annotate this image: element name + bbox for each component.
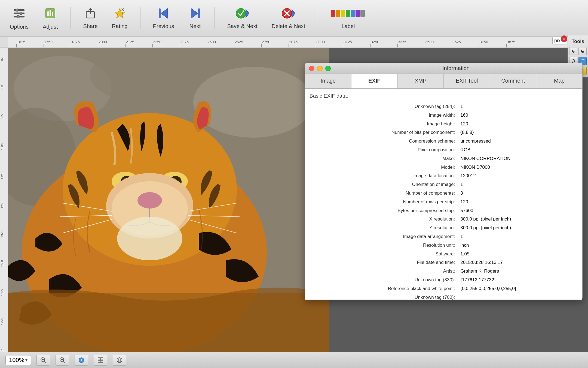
info-close-button[interactable] bbox=[309, 66, 314, 71]
svg-rect-77 bbox=[98, 360, 100, 363]
exif-row: Bytes per compressed strip:57600 bbox=[310, 206, 578, 215]
exif-row: Image data arrangement:1 bbox=[310, 232, 578, 241]
exif-row: Pixel composition:RGB bbox=[310, 146, 578, 154]
info-icon: i bbox=[78, 357, 84, 363]
v-ruler-label: 1000 bbox=[1, 143, 4, 150]
exif-label: File date and time: bbox=[310, 258, 457, 267]
exif-value: RGB bbox=[457, 146, 578, 154]
share-label: Share bbox=[83, 23, 98, 29]
exif-row: Number of rows per strip:120 bbox=[310, 198, 578, 206]
tiger-image bbox=[8, 48, 329, 352]
v-ruler-label: 1500 bbox=[1, 260, 4, 267]
exif-value: 160 bbox=[457, 111, 578, 120]
tab-map[interactable]: Map bbox=[536, 74, 582, 88]
exif-label: Number of rows per strip: bbox=[310, 198, 457, 206]
zoom-value: 100% bbox=[9, 357, 24, 364]
svg-text:i: i bbox=[81, 358, 82, 362]
svg-rect-7 bbox=[47, 11, 49, 16]
info-button[interactable]: i bbox=[75, 355, 88, 366]
svg-rect-8 bbox=[50, 10, 51, 16]
ruler-mark: 2875 bbox=[289, 40, 316, 47]
info-content: Basic EXIF data: -- IFD0 --Unknown tag (… bbox=[305, 89, 582, 300]
next-label: Next bbox=[189, 23, 201, 29]
adjust-icon bbox=[44, 7, 57, 22]
svg-line-68 bbox=[44, 361, 46, 363]
adjust-button[interactable]: Adjust bbox=[38, 4, 62, 32]
tab-exiftool[interactable]: EXIFTool bbox=[444, 74, 490, 88]
exif-label: Make: bbox=[310, 154, 457, 163]
svg-marker-17 bbox=[191, 8, 198, 18]
tools-label: Tools bbox=[572, 38, 584, 46]
options-button[interactable]: Options bbox=[5, 4, 33, 32]
v-ruler-label: 1375 bbox=[1, 231, 4, 237]
svg-marker-15 bbox=[161, 8, 168, 18]
exif-label: Resolution unit: bbox=[310, 241, 457, 250]
svg-point-4 bbox=[20, 12, 22, 15]
exif-value: 120 bbox=[457, 120, 578, 128]
ruler-mark: 2375 bbox=[180, 40, 207, 47]
browser-button[interactable] bbox=[113, 355, 126, 366]
svg-line-72 bbox=[63, 361, 65, 363]
tab-xmp[interactable]: XMP bbox=[398, 74, 444, 88]
svg-rect-18 bbox=[198, 8, 200, 18]
info-maximize-button[interactable] bbox=[325, 66, 331, 71]
ruler-mark: 3000 bbox=[316, 40, 343, 47]
exif-row: Image data location:120012 bbox=[310, 171, 578, 180]
exif-row: Make:NIKON CORPORATION bbox=[310, 154, 578, 163]
exif-label: Pixel composition: bbox=[310, 146, 457, 154]
basic-exif-label: Basic EXIF data: bbox=[310, 93, 578, 99]
hand-tool[interactable] bbox=[578, 47, 587, 55]
rating-icon bbox=[114, 7, 126, 22]
svg-marker-57 bbox=[572, 50, 575, 53]
tab-comment[interactable]: Comment bbox=[490, 74, 536, 88]
exif-label: Image height: bbox=[310, 120, 457, 128]
exif-label: Number of bits per component: bbox=[310, 128, 457, 137]
tools-close-button[interactable]: ✕ bbox=[561, 35, 567, 42]
tab-exif[interactable]: EXIF bbox=[351, 74, 398, 88]
svg-rect-28 bbox=[346, 10, 350, 17]
save-next-button[interactable]: Save & Next bbox=[223, 5, 262, 32]
rating-button[interactable]: Rating bbox=[108, 5, 132, 32]
options-label: Options bbox=[10, 24, 29, 30]
sep3 bbox=[215, 7, 215, 29]
svg-rect-0 bbox=[14, 9, 24, 11]
exif-row: Reference black and white point:{0,0,255… bbox=[310, 284, 578, 293]
save-next-label: Save & Next bbox=[227, 23, 258, 29]
exif-label: Compression scheme: bbox=[310, 137, 457, 146]
next-button[interactable]: Next bbox=[184, 5, 206, 32]
info-minimize-button[interactable] bbox=[317, 66, 323, 71]
info-panel: Information Image EXIF XMP EXIFTool Comm… bbox=[305, 63, 583, 300]
cursor-tool[interactable] bbox=[569, 47, 577, 55]
svg-point-3 bbox=[16, 9, 19, 11]
exif-row: Y resolution:300.0 ppi (pixel per inch) bbox=[310, 224, 578, 232]
ruler-mark: 3875 bbox=[506, 40, 534, 47]
label-button[interactable]: Label bbox=[326, 5, 370, 32]
ruler-mark: 3500 bbox=[425, 40, 452, 47]
exif-value: 57600 bbox=[457, 206, 578, 215]
ruler-mark: 2500 bbox=[207, 40, 234, 47]
svg-rect-78 bbox=[101, 360, 103, 363]
info-title: Information bbox=[333, 65, 578, 71]
exif-row: Orientation of image:1 bbox=[310, 180, 578, 189]
exif-label: Y resolution: bbox=[310, 224, 457, 232]
ruler-mark: 3375 bbox=[397, 40, 425, 47]
exif-row: Unknown tag (700): bbox=[310, 293, 578, 300]
exif-value: 1 bbox=[457, 102, 578, 111]
layout-icon bbox=[97, 357, 103, 363]
exif-label: Unknown tag (254): bbox=[310, 102, 457, 111]
svg-point-55 bbox=[117, 217, 182, 260]
browser-icon bbox=[117, 357, 122, 363]
delete-next-button[interactable]: Delete & Next bbox=[267, 5, 310, 32]
share-button[interactable]: Share bbox=[79, 5, 102, 32]
zoom-in-icon bbox=[59, 357, 65, 363]
tab-image[interactable]: Image bbox=[305, 74, 351, 88]
v-ruler-label: 1875 bbox=[1, 348, 4, 352]
svg-rect-59 bbox=[581, 59, 584, 63]
layout-button[interactable] bbox=[94, 355, 107, 366]
svg-rect-27 bbox=[341, 10, 345, 17]
zoom-out-button[interactable] bbox=[36, 355, 50, 366]
v-ruler-label: 1250 bbox=[1, 202, 4, 208]
ruler-mark: 2750 bbox=[261, 40, 289, 47]
zoom-in-button[interactable] bbox=[56, 355, 69, 366]
previous-button[interactable]: Previous bbox=[149, 5, 179, 32]
